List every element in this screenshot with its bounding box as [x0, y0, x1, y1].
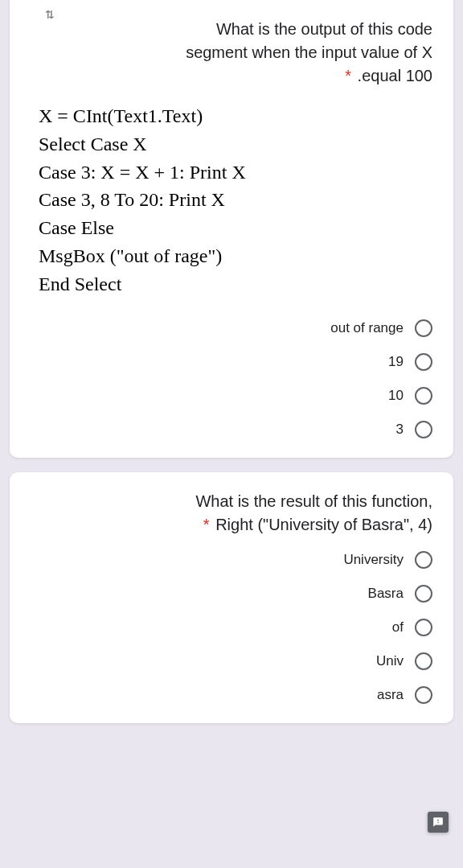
- reorder-icon: ⇅: [45, 8, 55, 21]
- option-label: of: [392, 619, 404, 636]
- option-label: University: [343, 552, 404, 568]
- radio-icon: [415, 319, 432, 337]
- code-line: Case 3: X = X + 1: Print X: [39, 158, 432, 187]
- q2-options: University Basra of Univ asra: [31, 551, 432, 704]
- radio-icon: [415, 619, 432, 636]
- question-card-1: ⇅ What is the output of this code segmen…: [10, 0, 453, 458]
- option-label: Univ: [376, 653, 404, 669]
- q1-title-line3: .equal 100: [358, 67, 432, 84]
- radio-icon: [415, 686, 432, 704]
- option-label: 10: [388, 388, 404, 404]
- required-mark: *: [345, 67, 351, 84]
- code-line: End Select: [39, 270, 432, 298]
- q2-option-univ[interactable]: Univ: [31, 652, 432, 670]
- q1-option-19[interactable]: 19: [31, 353, 432, 371]
- q2-option-basra[interactable]: Basra: [31, 585, 432, 603]
- code-line: MsgBox ("out of rage"): [39, 242, 432, 270]
- code-line: Case Else: [39, 214, 432, 242]
- code-line: Case 3, 8 To 20: Print X: [39, 186, 432, 214]
- q2-title-line1: What is the result of this function,: [195, 492, 432, 510]
- q2-option-asra[interactable]: asra: [31, 686, 432, 704]
- option-label: 19: [388, 354, 404, 370]
- question-1-title: What is the output of this code segment …: [31, 18, 432, 88]
- q2-option-of[interactable]: of: [31, 619, 432, 636]
- q1-options: out of range 19 10 3: [31, 319, 432, 438]
- q1-option-10[interactable]: 10: [31, 387, 432, 405]
- q1-title-line2: segment when the input value of X: [186, 43, 432, 61]
- radio-icon: [415, 387, 432, 405]
- radio-icon: [415, 421, 432, 438]
- option-label: asra: [377, 687, 404, 703]
- q1-option-out-of-range[interactable]: out of range: [31, 319, 432, 337]
- option-label: out of range: [330, 320, 404, 336]
- q1-option-3[interactable]: 3: [31, 421, 432, 438]
- code-line: Select Case X: [39, 130, 432, 158]
- q2-title-line2: Right ("University of Basra", 4): [215, 516, 432, 533]
- question-card-2: What is the result of this function, * R…: [10, 472, 453, 723]
- code-line: X = CInt(Text1.Text): [39, 102, 432, 130]
- radio-icon: [415, 585, 432, 603]
- q2-option-university[interactable]: University: [31, 551, 432, 569]
- option-label: 3: [396, 422, 404, 438]
- radio-icon: [415, 353, 432, 371]
- q1-title-line1: What is the output of this code: [216, 20, 432, 38]
- question-2-title: What is the result of this function, * R…: [31, 490, 432, 537]
- option-label: Basra: [368, 586, 404, 602]
- code-block: X = CInt(Text1.Text) Select Case X Case …: [39, 102, 432, 298]
- required-mark: *: [203, 516, 210, 533]
- radio-icon: [415, 652, 432, 670]
- radio-icon: [415, 551, 432, 569]
